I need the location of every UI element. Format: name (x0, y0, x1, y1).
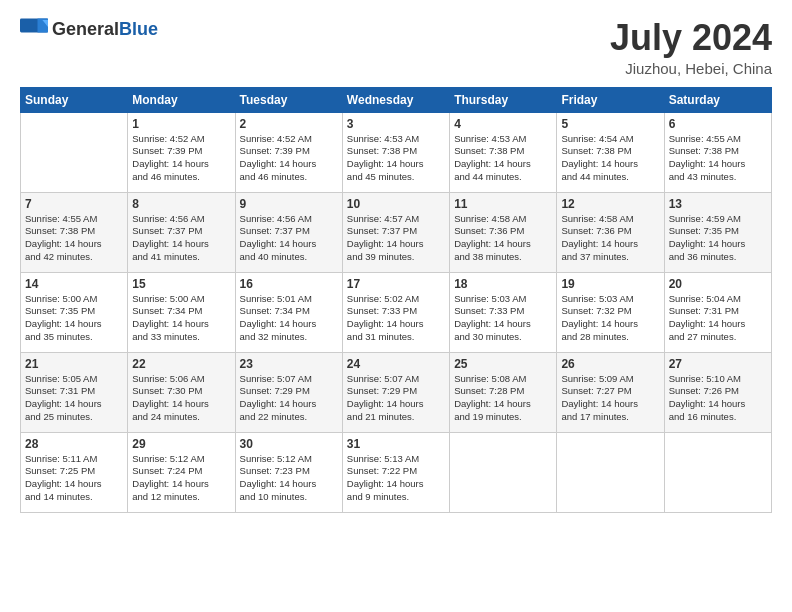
calendar-cell: 19Sunrise: 5:03 AM Sunset: 7:32 PM Dayli… (557, 272, 664, 352)
day-number: 12 (561, 197, 659, 211)
header-day-friday: Friday (557, 87, 664, 112)
calendar-cell: 10Sunrise: 4:57 AM Sunset: 7:37 PM Dayli… (342, 192, 449, 272)
cell-content: Sunrise: 5:01 AM Sunset: 7:34 PM Dayligh… (240, 293, 338, 344)
day-number: 23 (240, 357, 338, 371)
day-number: 25 (454, 357, 552, 371)
cell-content: Sunrise: 5:12 AM Sunset: 7:23 PM Dayligh… (240, 453, 338, 504)
calendar-body: 1Sunrise: 4:52 AM Sunset: 7:39 PM Daylig… (21, 112, 772, 512)
calendar-cell: 31Sunrise: 5:13 AM Sunset: 7:22 PM Dayli… (342, 432, 449, 512)
day-number: 8 (132, 197, 230, 211)
day-number: 28 (25, 437, 123, 451)
cell-content: Sunrise: 4:59 AM Sunset: 7:35 PM Dayligh… (669, 213, 767, 264)
cell-content: Sunrise: 5:00 AM Sunset: 7:35 PM Dayligh… (25, 293, 123, 344)
calendar-cell: 9Sunrise: 4:56 AM Sunset: 7:37 PM Daylig… (235, 192, 342, 272)
calendar-cell: 6Sunrise: 4:55 AM Sunset: 7:38 PM Daylig… (664, 112, 771, 192)
cell-content: Sunrise: 4:52 AM Sunset: 7:39 PM Dayligh… (132, 133, 230, 184)
day-number: 11 (454, 197, 552, 211)
calendar-cell: 30Sunrise: 5:12 AM Sunset: 7:23 PM Dayli… (235, 432, 342, 512)
day-number: 31 (347, 437, 445, 451)
calendar-cell: 24Sunrise: 5:07 AM Sunset: 7:29 PM Dayli… (342, 352, 449, 432)
calendar-cell: 21Sunrise: 5:05 AM Sunset: 7:31 PM Dayli… (21, 352, 128, 432)
day-number: 19 (561, 277, 659, 291)
logo: GeneralBlue (20, 18, 158, 40)
logo-blue: Blue (119, 19, 158, 39)
cell-content: Sunrise: 4:58 AM Sunset: 7:36 PM Dayligh… (454, 213, 552, 264)
calendar-header: SundayMondayTuesdayWednesdayThursdayFrid… (21, 87, 772, 112)
day-number: 24 (347, 357, 445, 371)
header-row: SundayMondayTuesdayWednesdayThursdayFrid… (21, 87, 772, 112)
calendar-cell: 16Sunrise: 5:01 AM Sunset: 7:34 PM Dayli… (235, 272, 342, 352)
day-number: 10 (347, 197, 445, 211)
day-number: 3 (347, 117, 445, 131)
cell-content: Sunrise: 4:53 AM Sunset: 7:38 PM Dayligh… (454, 133, 552, 184)
week-row-3: 21Sunrise: 5:05 AM Sunset: 7:31 PM Dayli… (21, 352, 772, 432)
cell-content: Sunrise: 4:55 AM Sunset: 7:38 PM Dayligh… (25, 213, 123, 264)
cell-content: Sunrise: 4:56 AM Sunset: 7:37 PM Dayligh… (240, 213, 338, 264)
day-number: 15 (132, 277, 230, 291)
day-number: 29 (132, 437, 230, 451)
week-row-1: 7Sunrise: 4:55 AM Sunset: 7:38 PM Daylig… (21, 192, 772, 272)
calendar-cell: 20Sunrise: 5:04 AM Sunset: 7:31 PM Dayli… (664, 272, 771, 352)
header-day-thursday: Thursday (450, 87, 557, 112)
cell-content: Sunrise: 5:03 AM Sunset: 7:32 PM Dayligh… (561, 293, 659, 344)
calendar-cell: 28Sunrise: 5:11 AM Sunset: 7:25 PM Dayli… (21, 432, 128, 512)
cell-content: Sunrise: 4:56 AM Sunset: 7:37 PM Dayligh… (132, 213, 230, 264)
header-day-sunday: Sunday (21, 87, 128, 112)
calendar-cell: 11Sunrise: 4:58 AM Sunset: 7:36 PM Dayli… (450, 192, 557, 272)
calendar-cell: 5Sunrise: 4:54 AM Sunset: 7:38 PM Daylig… (557, 112, 664, 192)
calendar-cell (450, 432, 557, 512)
day-number: 13 (669, 197, 767, 211)
calendar-cell: 27Sunrise: 5:10 AM Sunset: 7:26 PM Dayli… (664, 352, 771, 432)
day-number: 1 (132, 117, 230, 131)
calendar-cell: 22Sunrise: 5:06 AM Sunset: 7:30 PM Dayli… (128, 352, 235, 432)
day-number: 4 (454, 117, 552, 131)
calendar-cell: 13Sunrise: 4:59 AM Sunset: 7:35 PM Dayli… (664, 192, 771, 272)
calendar-cell: 12Sunrise: 4:58 AM Sunset: 7:36 PM Dayli… (557, 192, 664, 272)
calendar-cell: 7Sunrise: 4:55 AM Sunset: 7:38 PM Daylig… (21, 192, 128, 272)
header-day-tuesday: Tuesday (235, 87, 342, 112)
header: GeneralBlue July 2024 Jiuzhou, Hebei, Ch… (20, 18, 772, 77)
calendar-cell: 2Sunrise: 4:52 AM Sunset: 7:39 PM Daylig… (235, 112, 342, 192)
day-number: 21 (25, 357, 123, 371)
calendar-cell (557, 432, 664, 512)
cell-content: Sunrise: 5:07 AM Sunset: 7:29 PM Dayligh… (240, 373, 338, 424)
cell-content: Sunrise: 5:11 AM Sunset: 7:25 PM Dayligh… (25, 453, 123, 504)
calendar-cell: 4Sunrise: 4:53 AM Sunset: 7:38 PM Daylig… (450, 112, 557, 192)
cell-content: Sunrise: 5:07 AM Sunset: 7:29 PM Dayligh… (347, 373, 445, 424)
day-number: 17 (347, 277, 445, 291)
logo-icon (20, 18, 48, 40)
day-number: 2 (240, 117, 338, 131)
title-block: July 2024 Jiuzhou, Hebei, China (610, 18, 772, 77)
cell-content: Sunrise: 5:00 AM Sunset: 7:34 PM Dayligh… (132, 293, 230, 344)
header-day-monday: Monday (128, 87, 235, 112)
day-number: 30 (240, 437, 338, 451)
location: Jiuzhou, Hebei, China (610, 60, 772, 77)
calendar-table: SundayMondayTuesdayWednesdayThursdayFrid… (20, 87, 772, 513)
day-number: 16 (240, 277, 338, 291)
cell-content: Sunrise: 4:55 AM Sunset: 7:38 PM Dayligh… (669, 133, 767, 184)
logo-text: GeneralBlue (52, 19, 158, 40)
calendar-cell (664, 432, 771, 512)
header-day-saturday: Saturday (664, 87, 771, 112)
calendar-cell: 8Sunrise: 4:56 AM Sunset: 7:37 PM Daylig… (128, 192, 235, 272)
cell-content: Sunrise: 5:13 AM Sunset: 7:22 PM Dayligh… (347, 453, 445, 504)
day-number: 18 (454, 277, 552, 291)
cell-content: Sunrise: 5:05 AM Sunset: 7:31 PM Dayligh… (25, 373, 123, 424)
calendar-cell: 29Sunrise: 5:12 AM Sunset: 7:24 PM Dayli… (128, 432, 235, 512)
day-number: 9 (240, 197, 338, 211)
day-number: 22 (132, 357, 230, 371)
calendar-cell: 18Sunrise: 5:03 AM Sunset: 7:33 PM Dayli… (450, 272, 557, 352)
calendar-cell: 14Sunrise: 5:00 AM Sunset: 7:35 PM Dayli… (21, 272, 128, 352)
cell-content: Sunrise: 5:09 AM Sunset: 7:27 PM Dayligh… (561, 373, 659, 424)
cell-content: Sunrise: 4:58 AM Sunset: 7:36 PM Dayligh… (561, 213, 659, 264)
cell-content: Sunrise: 5:03 AM Sunset: 7:33 PM Dayligh… (454, 293, 552, 344)
calendar-cell (21, 112, 128, 192)
calendar-cell: 15Sunrise: 5:00 AM Sunset: 7:34 PM Dayli… (128, 272, 235, 352)
cell-content: Sunrise: 5:06 AM Sunset: 7:30 PM Dayligh… (132, 373, 230, 424)
week-row-2: 14Sunrise: 5:00 AM Sunset: 7:35 PM Dayli… (21, 272, 772, 352)
day-number: 14 (25, 277, 123, 291)
month-year: July 2024 (610, 18, 772, 58)
cell-content: Sunrise: 5:04 AM Sunset: 7:31 PM Dayligh… (669, 293, 767, 344)
calendar-cell: 1Sunrise: 4:52 AM Sunset: 7:39 PM Daylig… (128, 112, 235, 192)
logo-general: General (52, 19, 119, 39)
